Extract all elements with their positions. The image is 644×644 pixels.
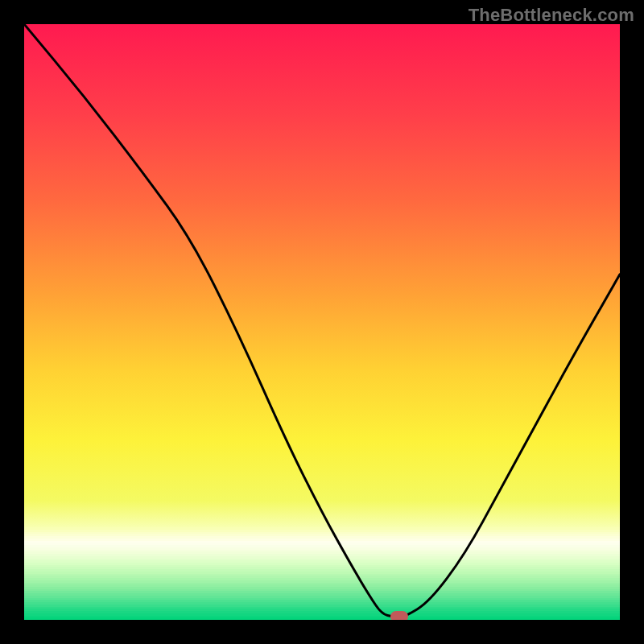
bottleneck-curve [24,24,620,617]
curve-layer [24,24,620,620]
plot-area [24,24,620,620]
chart-frame: TheBottleneck.com [0,0,644,644]
watermark-text: TheBottleneck.com [469,5,634,26]
optimum-marker [390,611,408,620]
